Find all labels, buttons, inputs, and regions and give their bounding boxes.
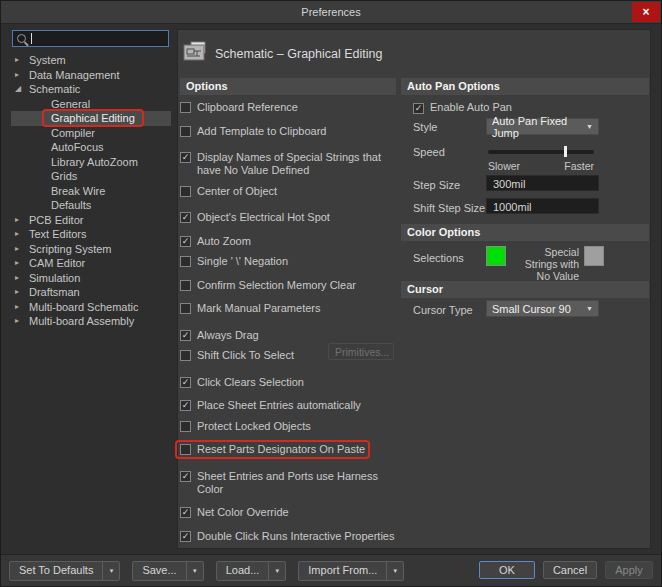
color-options-section-header: Color Options (401, 224, 649, 241)
selections-color-swatch[interactable] (486, 246, 506, 266)
load-button[interactable]: Load...▾ (216, 561, 287, 581)
sidebar-item-grids[interactable]: Grids (11, 169, 171, 184)
option-row-mark-manual-parameters: Mark Manual Parameters (180, 300, 396, 318)
sidebar-item-cam-editor[interactable]: ▸CAM Editor (11, 256, 171, 271)
checkbox-reset-parts-designators-on-paste[interactable] (180, 444, 191, 455)
checkbox-protect-locked-objects[interactable] (180, 421, 191, 432)
save-button[interactable]: Save...▾ (132, 561, 203, 581)
chevron-down-icon[interactable]: ▾ (186, 562, 203, 580)
primitives-button[interactable]: Primitives... (328, 343, 394, 360)
sidebar-item-multi-board-schematic[interactable]: ▸Multi-board Schematic (11, 300, 171, 315)
sidebar-item-simulation[interactable]: ▸Simulation (11, 271, 171, 286)
option-row-single-negation: Single ' \' Negation (180, 253, 396, 271)
cancel-button[interactable]: Cancel (543, 561, 597, 579)
sidebar-item-pcb-editor[interactable]: ▸PCB Editor (11, 213, 171, 228)
search-box[interactable] (12, 30, 169, 47)
ok-button[interactable]: OK (479, 561, 535, 579)
collapse-arrow-icon[interactable]: ▸ (15, 316, 25, 326)
sidebar-item-defaults[interactable]: Defaults (11, 198, 171, 213)
checkbox-shift-click-to-select[interactable] (180, 350, 191, 361)
sidebar-item-schematic[interactable]: ◢Schematic (11, 82, 171, 97)
search-input[interactable] (34, 32, 164, 45)
checkbox-place-sheet-entries-automatically[interactable]: ✓ (180, 400, 191, 411)
option-label: Single ' \' Negation (197, 255, 288, 268)
checkbox-mark-manual-parameters[interactable] (180, 303, 191, 314)
auto-pan-style-value: Auto Pan Fixed Jump (492, 115, 586, 139)
chevron-down-icon[interactable]: ▾ (386, 562, 403, 580)
sidebar-item-break-wire[interactable]: Break Wire (11, 184, 171, 199)
checkbox-object-s-electrical-hot-spot[interactable]: ✓ (180, 212, 191, 223)
checkbox-add-template-to-clipboard[interactable] (180, 126, 191, 137)
close-button[interactable]: × (632, 2, 660, 22)
option-inner: ✓Sheet Entries and Ports use Harness Col… (180, 470, 396, 496)
checkbox-double-click-runs-interactive-properties[interactable]: ✓ (180, 531, 191, 542)
option-row-reset-parts-designators-on-paste: Reset Parts Designators On Paste (180, 441, 396, 459)
titlebar[interactable]: Preferences × (1, 1, 661, 24)
special-strings-color-swatch[interactable] (584, 246, 604, 266)
checkbox-always-drag[interactable]: ✓ (180, 330, 191, 341)
checkbox-sheet-entries-and-ports-use-harness-colo[interactable]: ✓ (180, 471, 191, 482)
tree-label-wrap: Compiler (47, 127, 99, 139)
option-row-double-click-runs-interactive-properties: ✓Double Click Runs Interactive Propertie… (180, 525, 396, 543)
option-inner: Add Template to Clipboard (180, 125, 326, 138)
sidebar-item-scripting-system[interactable]: ▸Scripting System (11, 242, 171, 257)
collapse-arrow-icon[interactable]: ▸ (15, 273, 25, 283)
option-row-display-names-of-special-strings-that-ha: ✓Display Names of Special Strings that h… (180, 146, 396, 177)
collapse-arrow-icon[interactable]: ▸ (15, 70, 25, 80)
apply-button[interactable]: Apply (605, 561, 653, 579)
chevron-down-icon[interactable]: ▾ (102, 562, 119, 580)
sidebar-item-text-editors[interactable]: ▸Text Editors (11, 227, 171, 242)
checkbox-center-of-object[interactable] (180, 186, 191, 197)
sidebar-item-general[interactable]: General (11, 97, 171, 112)
tree-label-wrap: Library AutoZoom (47, 156, 142, 168)
collapse-arrow-icon[interactable]: ▸ (15, 258, 25, 268)
collapse-arrow-icon[interactable]: ▸ (15, 287, 25, 297)
expand-arrow-icon[interactable]: ◢ (15, 84, 25, 94)
enable-auto-pan-row[interactable]: ✓ Enable Auto Pan (413, 101, 512, 114)
option-inner: Center of Object (180, 185, 277, 198)
checkbox-display-names-of-special-strings-that-ha[interactable]: ✓ (180, 152, 191, 163)
speed-slider[interactable] (488, 147, 594, 157)
tree-label-wrap: PCB Editor (25, 214, 87, 226)
checkbox-net-color-override[interactable]: ✓ (180, 507, 191, 518)
speed-slider-handle[interactable] (564, 146, 567, 157)
options-section-header: Options (180, 78, 396, 95)
enable-auto-pan-checkbox[interactable]: ✓ (413, 103, 424, 114)
checkbox-auto-zoom[interactable]: ✓ (180, 236, 191, 247)
sidebar-item-multi-board-assembly[interactable]: ▸Multi-board Assembly (11, 314, 171, 329)
special-strings-label: Special Strings with No Value (509, 246, 579, 282)
collapse-arrow-icon[interactable]: ▸ (15, 55, 25, 65)
sidebar-item-system[interactable]: ▸System (11, 53, 171, 68)
shift-step-size-input[interactable]: 1000mil (486, 198, 599, 214)
sidebar-item-graphical-editing[interactable]: Graphical Editing (11, 111, 171, 126)
collapse-arrow-icon[interactable]: ▸ (15, 302, 25, 312)
collapse-arrow-icon[interactable]: ▸ (15, 215, 25, 225)
sidebar-item-draftsman[interactable]: ▸Draftsman (11, 285, 171, 300)
load-button-label: Load... (217, 562, 269, 580)
set-to-defaults-button[interactable]: Set To Defaults▾ (9, 561, 120, 581)
cursor-type-dropdown[interactable]: Small Cursor 90 ▼ (486, 300, 599, 317)
checkbox-click-clears-selection[interactable]: ✓ (180, 377, 191, 388)
collapse-arrow-icon[interactable]: ▸ (15, 229, 25, 239)
enable-auto-pan-label: Enable Auto Pan (430, 101, 512, 114)
chevron-down-icon[interactable]: ▾ (268, 562, 285, 580)
sidebar-item-data-management[interactable]: ▸Data Management (11, 68, 171, 83)
chevron-down-icon: ▼ (586, 123, 593, 130)
auto-pan-style-dropdown[interactable]: Auto Pan Fixed Jump ▼ (486, 118, 599, 135)
tree-label-wrap: Simulation (25, 272, 84, 284)
sidebar-item-compiler[interactable]: Compiler (11, 126, 171, 141)
speed-slider-track (488, 150, 594, 154)
collapse-arrow-icon[interactable]: ▸ (15, 244, 25, 254)
set-to-defaults-button-label: Set To Defaults (10, 562, 102, 580)
option-row-center-of-object: Center of Object (180, 183, 396, 201)
tree-label-wrap: System (25, 54, 70, 66)
sidebar-item-label: Scripting System (29, 243, 112, 255)
checkbox-single-negation[interactable] (180, 256, 191, 267)
checkbox-clipboard-reference[interactable] (180, 102, 191, 113)
sidebar-item-autofocus[interactable]: AutoFocus (11, 140, 171, 155)
checkbox-confirm-selection-memory-clear[interactable] (180, 280, 191, 291)
sidebar-item-library-autozoom[interactable]: Library AutoZoom (11, 155, 171, 170)
step-size-input[interactable]: 300mil (486, 175, 599, 191)
import-from-button[interactable]: Import From...▾ (298, 561, 404, 581)
text-caret (31, 33, 32, 44)
